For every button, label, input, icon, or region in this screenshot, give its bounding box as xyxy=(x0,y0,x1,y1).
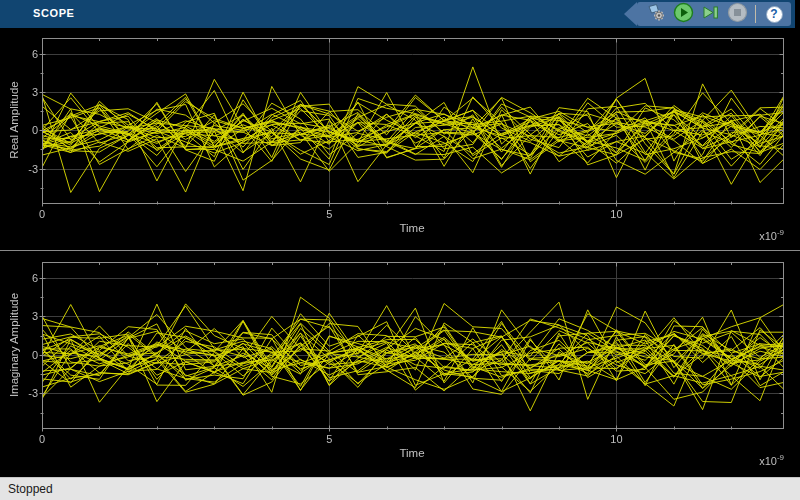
x-tick-label: 5 xyxy=(326,433,332,445)
scope-plots-canvas xyxy=(0,28,800,477)
y-tick-label: 0 xyxy=(32,124,38,136)
help-button[interactable]: ? xyxy=(763,3,785,25)
y-tick-label: 3 xyxy=(32,86,38,98)
y-axis-label-imaginary: Imaginary Amplitude xyxy=(8,293,20,397)
y-axis-label-real: Real Amplitude xyxy=(8,81,20,158)
step-forward-button[interactable] xyxy=(699,3,721,25)
y-tick-label: 0 xyxy=(32,349,38,361)
help-icon: ? xyxy=(766,6,783,23)
stop-button[interactable] xyxy=(726,3,748,25)
step-forward-icon xyxy=(701,3,720,26)
x-tick-label: 0 xyxy=(39,208,45,220)
x-tick-label: 5 xyxy=(326,208,332,220)
scope-window: SCOPE xyxy=(0,0,800,500)
x-axis-exponent-top: x10-9 xyxy=(759,228,784,242)
window-corner xyxy=(795,0,800,28)
toolbar-collapse-arrow-icon[interactable] xyxy=(624,2,637,26)
status-bar: Stopped xyxy=(0,477,800,500)
run-play-icon xyxy=(673,2,694,27)
x-tick-label: 10 xyxy=(610,433,622,445)
x-axis-label-time-top: Time xyxy=(399,222,424,234)
y-tick-label: 3 xyxy=(32,310,38,322)
title-bar: SCOPE xyxy=(0,0,800,28)
plot-area: Real Amplitude Time x10-9 Imaginary Ampl… xyxy=(0,28,800,477)
y-tick-label: 6 xyxy=(32,272,38,284)
x-tick-label: 10 xyxy=(610,208,622,220)
gear-icon xyxy=(647,3,666,26)
toolbar: ? xyxy=(637,2,791,26)
stop-icon xyxy=(727,2,748,27)
toolbar-separator xyxy=(755,5,756,23)
run-button[interactable] xyxy=(672,3,694,25)
panel-separator xyxy=(0,250,800,251)
scope-tab[interactable]: SCOPE xyxy=(33,7,75,19)
configuration-properties-button[interactable] xyxy=(645,3,667,25)
status-text: Stopped xyxy=(0,482,53,496)
y-tick-label: 6 xyxy=(32,48,38,60)
y-tick-label: -3 xyxy=(28,387,38,399)
x-tick-label: 0 xyxy=(39,433,45,445)
y-tick-label: -3 xyxy=(28,163,38,175)
x-axis-label-time-bottom: Time xyxy=(399,447,424,459)
x-axis-exponent-bottom: x10-9 xyxy=(759,453,784,467)
